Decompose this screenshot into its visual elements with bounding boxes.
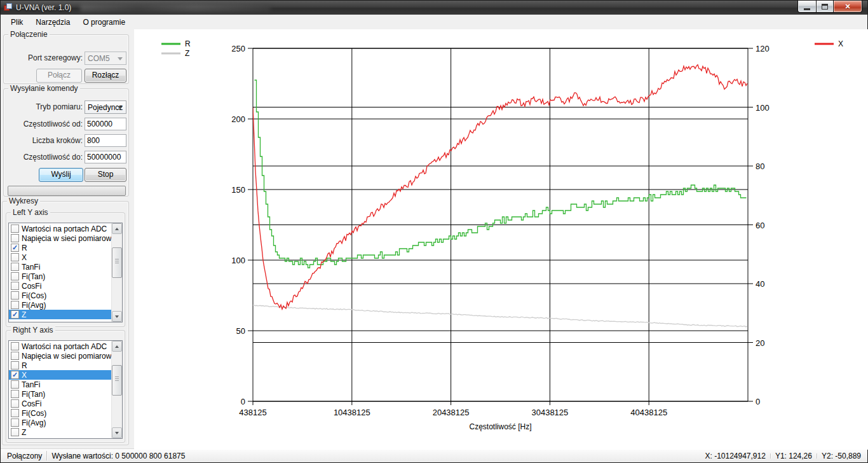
checkbox-checked[interactable]: ✓	[11, 371, 19, 379]
checkbox[interactable]	[11, 342, 19, 350]
list-item[interactable]: Wartości na portach ADC	[9, 342, 111, 351]
steps-label: Liczba kroków:	[6, 136, 83, 145]
list-item[interactable]: CosFi	[9, 281, 111, 291]
checkbox[interactable]	[11, 399, 19, 408]
list-item[interactable]: Fi(Tan)	[9, 389, 111, 399]
freq-to-input[interactable]	[85, 151, 126, 163]
list-item-label: R	[22, 244, 27, 252]
statusbar-separator	[46, 451, 47, 460]
checkbox[interactable]	[11, 418, 19, 427]
scroll-up-icon[interactable]	[112, 341, 122, 352]
close-icon: ✕	[844, 3, 850, 11]
checkbox[interactable]	[11, 352, 19, 360]
measure-mode-combobox[interactable]: Pojedyncz	[85, 100, 126, 114]
right-y-axis-listbox[interactable]: Wartości na portach ADCNapięcia w sieci …	[8, 340, 123, 439]
list-item-label: Fi(Tan)	[22, 272, 45, 281]
list-item-label: Napięcia w sieci pomiarowej	[22, 352, 118, 361]
menu-o-programie[interactable]: O programie	[76, 15, 132, 29]
freq-from-input[interactable]	[85, 118, 126, 130]
list-item[interactable]: Wartości na portach ADC	[9, 224, 111, 233]
x-axis-tick-label: 10438125	[334, 408, 370, 417]
left-y-axis-label: Left Y axis	[11, 208, 50, 217]
list-item-label: Fi(Cos)	[22, 291, 46, 300]
checkbox[interactable]	[11, 380, 19, 389]
list-item[interactable]: ✓R	[9, 243, 111, 252]
scroll-up-icon[interactable]	[112, 223, 122, 234]
series-X	[253, 65, 747, 310]
x-axis-tick-label: 20438125	[433, 408, 470, 417]
client-area: Połączenie Port szeregowy: COM5 Połącz R…	[1, 29, 867, 448]
disconnect-button[interactable]: Rozłącz	[85, 69, 126, 83]
list-item[interactable]: Fi(Tan)	[9, 272, 111, 281]
stop-button[interactable]: Stop	[85, 168, 126, 182]
menu-bar: Plik Narzędzia O programie	[1, 15, 867, 29]
serial-port-label: Port szeregowy:	[6, 53, 83, 62]
left-y-axis-listbox[interactable]: Wartości na portach ADCNapięcia w sieci …	[8, 223, 123, 322]
list-item-label: Fi(Cos)	[22, 409, 46, 418]
checkbox[interactable]	[11, 291, 19, 300]
list-item-label: R	[22, 361, 27, 370]
list-item[interactable]: Fi(Avg)	[9, 418, 111, 427]
scrollbar-thumb[interactable]	[112, 247, 122, 278]
checkbox[interactable]	[11, 282, 19, 290]
checkbox[interactable]	[11, 272, 19, 280]
cursor-x-value: X: -10124947,912	[701, 452, 769, 460]
list-item[interactable]: ✓X	[9, 370, 111, 380]
list-item[interactable]: Fi(Cos)	[9, 408, 111, 418]
cursor-y1-value: Y1: 124,26	[771, 452, 816, 460]
x-axis-tick-label: 30438125	[531, 408, 568, 417]
menu-narzedzia[interactable]: Narzędzia	[29, 15, 76, 29]
list-item-label: CosFi	[22, 282, 41, 291]
list-item[interactable]: Fi(Avg)	[9, 300, 111, 310]
checkbox[interactable]	[11, 263, 19, 271]
checkbox[interactable]	[11, 301, 19, 309]
right-axis-tick-label: 120	[756, 44, 770, 53]
checkbox[interactable]	[11, 428, 19, 436]
checkbox[interactable]	[11, 253, 19, 261]
checkbox[interactable]	[11, 390, 19, 398]
left-listbox-scrollbar[interactable]	[111, 223, 122, 322]
right-axis-tick-label: 80	[756, 162, 764, 171]
list-item[interactable]: ✓Z	[9, 310, 111, 319]
left-y-axis-group: Left Y axis Wartości na portach ADCNapię…	[6, 212, 125, 327]
cursor-y2-value: Y2: -50,889	[818, 452, 865, 460]
right-axis-tick-label: 0	[756, 397, 760, 406]
charts-group-label: Wykresy	[7, 197, 40, 205]
list-item[interactable]: TanFi	[9, 380, 111, 389]
scrollbar-thumb[interactable]	[112, 365, 122, 396]
chart-panel: 0501001502002500204060801001204381251043…	[134, 29, 868, 450]
list-item[interactable]: X	[9, 252, 111, 262]
connect-button: Połącz	[36, 69, 82, 83]
statusbar-separator	[817, 453, 817, 459]
steps-input[interactable]	[85, 134, 126, 147]
checkbox-checked[interactable]: ✓	[11, 310, 19, 319]
minimize-button[interactable]	[797, 1, 817, 13]
minimize-icon	[804, 8, 810, 10]
list-item[interactable]: Z	[9, 427, 111, 437]
list-item-label: TanFi	[22, 263, 40, 272]
list-item-label: Fi(Tan)	[22, 390, 45, 399]
list-item[interactable]: TanFi	[9, 262, 111, 272]
scroll-down-icon[interactable]	[112, 311, 122, 322]
maximize-button[interactable]	[816, 1, 834, 13]
checkbox-checked[interactable]: ✓	[11, 244, 19, 252]
close-button[interactable]: ✕	[833, 1, 862, 13]
left-axis-tick-label: 0	[241, 397, 245, 406]
checkbox[interactable]	[11, 234, 19, 242]
right-y-axis-group: Right Y axis Wartości na portach ADCNapi…	[6, 330, 125, 443]
checkbox[interactable]	[11, 409, 19, 417]
list-item[interactable]: Fi(Cos)	[9, 291, 111, 300]
scroll-down-icon[interactable]	[112, 427, 122, 438]
command-group: Wysyłanie komendy Tryb pomiaru: Pojedync…	[3, 88, 129, 197]
send-button[interactable]: Wyślij	[39, 168, 83, 182]
checkbox[interactable]	[11, 361, 19, 370]
chart-plot[interactable]: 0501001502002500204060801001204381251043…	[134, 29, 868, 450]
connection-group: Połączenie Port szeregowy: COM5 Połącz R…	[3, 34, 129, 84]
list-item[interactable]: R	[9, 361, 111, 370]
list-item[interactable]: Napięcia w sieci pomiarowej	[9, 351, 111, 361]
checkbox[interactable]	[11, 225, 19, 233]
right-listbox-scrollbar[interactable]	[111, 341, 122, 438]
list-item[interactable]: Napięcia w sieci pomiarowej	[9, 233, 111, 243]
list-item[interactable]: CosFi	[9, 399, 111, 408]
menu-plik[interactable]: Plik	[4, 15, 29, 29]
